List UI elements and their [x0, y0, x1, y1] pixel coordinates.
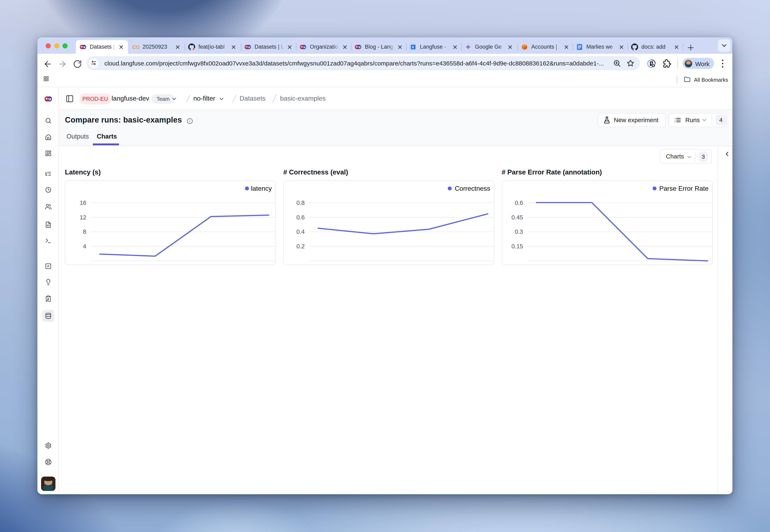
- svg-text:0.4: 0.4: [297, 228, 305, 235]
- svg-text:0.6: 0.6: [515, 199, 523, 206]
- svg-text:0.3: 0.3: [515, 228, 523, 235]
- svg-text:0.2: 0.2: [297, 243, 305, 250]
- svg-text:latency: latency: [251, 185, 272, 192]
- svg-text:16: 16: [80, 199, 86, 206]
- svg-text:Parse Error Rate: Parse Error Rate: [659, 185, 709, 192]
- svg-text:0.45: 0.45: [511, 214, 523, 221]
- svg-text:8: 8: [83, 228, 86, 235]
- svg-text:Correctness: Correctness: [455, 185, 490, 192]
- svg-text:12: 12: [80, 214, 86, 221]
- svg-text:4: 4: [83, 243, 86, 250]
- svg-text:0.8: 0.8: [297, 199, 305, 206]
- svg-text:0.6: 0.6: [297, 214, 305, 221]
- svg-text:0.15: 0.15: [511, 243, 523, 250]
